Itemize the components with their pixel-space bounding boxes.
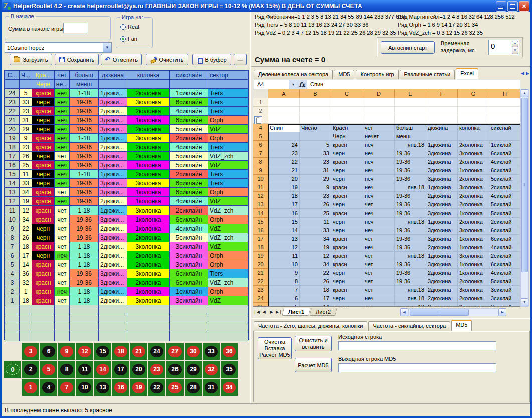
excel-cell[interactable]: неч: [363, 243, 395, 252]
excel-col-header[interactable]: G: [458, 89, 489, 98]
roulette-cell[interactable]: 15: [94, 343, 111, 360]
name-box-dropdown-icon[interactable]: ▼: [289, 80, 297, 89]
tab-game-control[interactable]: Контроль игр: [356, 70, 398, 79]
excel-cell[interactable]: 3колонка: [458, 149, 489, 158]
tab-md5[interactable]: MD5: [451, 320, 472, 331]
excel-cell[interactable]: 6сиклай: [489, 235, 520, 243]
roulette-number[interactable]: 16: [114, 382, 127, 393]
excel-cell[interactable]: 11: [300, 218, 331, 226]
excel-row-header[interactable]: 2: [253, 107, 268, 115]
excel-cell[interactable]: [395, 115, 426, 124]
to-clipboard-button[interactable]: В буфер: [192, 54, 231, 65]
roulette-cell[interactable]: 34: [221, 379, 238, 396]
excel-cell[interactable]: 33: [300, 149, 331, 158]
excel-row-header[interactable]: 21: [253, 269, 268, 277]
excel-cell[interactable]: 2колонка: [458, 158, 489, 166]
excel-cell[interactable]: 3дюжина: [426, 149, 458, 158]
excel-cell[interactable]: 12: [300, 252, 331, 260]
roulette-number[interactable]: 1: [24, 382, 37, 393]
excel-cell[interactable]: 19-36: [395, 235, 426, 243]
excel-cell[interactable]: 6сиклай: [489, 226, 520, 235]
tab-wheel-sectors[interactable]: Деление колеса на сектора: [254, 70, 333, 79]
excel-cell[interactable]: неч: [363, 141, 395, 149]
excel-cell[interactable]: 24: [268, 141, 300, 149]
excel-cell[interactable]: 4сиклай: [489, 158, 520, 166]
roulette-cell[interactable]: 13: [94, 379, 111, 396]
roulette-number[interactable]: 7: [60, 382, 73, 393]
excel-cell[interactable]: неч: [363, 192, 395, 200]
excel-cell[interactable]: [363, 107, 395, 115]
excel-col-header[interactable]: F: [426, 89, 458, 98]
excel-row-header[interactable]: 22: [253, 277, 268, 286]
roulette-cell[interactable]: 33: [203, 343, 220, 360]
excel-cell[interactable]: чет: [363, 269, 395, 277]
excel-cell[interactable]: 34: [300, 260, 331, 269]
roulette-number[interactable]: 22: [150, 382, 163, 393]
roulette-cell[interactable]: 11: [76, 361, 93, 378]
excel-col-header[interactable]: A: [268, 89, 300, 98]
excel-cell[interactable]: 1дюжина: [426, 218, 458, 226]
roulette-number[interactable]: 5: [42, 364, 55, 375]
excel-cell[interactable]: 1колонка: [458, 269, 489, 277]
excel-cell[interactable]: 2дюжина: [426, 294, 458, 303]
excel-vscrollbar[interactable]: ▲ ▼: [520, 89, 529, 307]
md5-calc-button[interactable]: Расчет MD5: [295, 358, 332, 372]
excel-row-header[interactable]: 6: [253, 141, 268, 149]
roulette-cell[interactable]: 9: [58, 343, 75, 360]
excel-cell[interactable]: 6сиклай: [489, 149, 520, 158]
excel-cell[interactable]: 2сиклай: [489, 252, 520, 260]
excel-cell[interactable]: 3дюжина: [426, 235, 458, 243]
excel-cell[interactable]: [331, 107, 363, 115]
formula-value[interactable]: Спин: [307, 80, 520, 89]
excel-cell[interactable]: неч: [363, 294, 395, 303]
excel-cell[interactable]: янв.18: [395, 252, 426, 260]
tab-md5-top[interactable]: MD5: [334, 70, 354, 79]
roulette-number[interactable]: 13: [96, 382, 109, 393]
excel-cell[interactable]: 2сиклай: [489, 183, 520, 192]
excel-row-header[interactable]: 1: [253, 98, 268, 107]
roulette-cell[interactable]: 17: [112, 361, 129, 378]
excel-cell[interactable]: 19-36: [395, 149, 426, 158]
excel-cell[interactable]: [426, 115, 458, 124]
excel-row-header[interactable]: 23: [253, 286, 268, 294]
roulette-cell[interactable]: 35: [221, 361, 238, 378]
excel-cell[interactable]: 1колонка: [458, 166, 489, 175]
excel-cell[interactable]: 4сиклай: [489, 192, 520, 200]
roulette-number[interactable]: 29: [187, 364, 200, 375]
roulette-number[interactable]: 36: [223, 346, 236, 357]
excel-row-header[interactable]: 16: [253, 226, 268, 235]
excel-cell[interactable]: 1дюжина: [426, 183, 458, 192]
excel-cell[interactable]: [300, 115, 331, 124]
roulette-cell[interactable]: 26: [166, 361, 184, 378]
excel-cell[interactable]: [300, 98, 331, 107]
hscroll-thumb[interactable]: [410, 309, 469, 316]
excel-cell[interactable]: черн: [331, 269, 363, 277]
excel-cell[interactable]: 4сиклай: [489, 243, 520, 252]
excel-cell[interactable]: 5сиклай: [489, 200, 520, 209]
roulette-cell[interactable]: 7: [58, 379, 75, 396]
excel-cell[interactable]: 10: [268, 260, 300, 269]
excel-cell[interactable]: 34: [300, 235, 331, 243]
excel-cell[interactable]: 19-36: [395, 166, 426, 175]
sheet-last-icon[interactable]: ▶❘: [275, 310, 283, 314]
excel-row-header[interactable]: 19: [253, 252, 268, 260]
roulette-number[interactable]: 21: [132, 346, 145, 357]
clear-button[interactable]: Очистить: [146, 54, 188, 65]
excel-cell[interactable]: чет: [363, 286, 395, 294]
excel-cell[interactable]: 19-36: [395, 209, 426, 218]
roulette-cell[interactable]: 2: [22, 361, 39, 378]
excel-cell[interactable]: [426, 107, 458, 115]
roulette-cell[interactable]: 10: [76, 379, 93, 396]
excel-cell[interactable]: 5сиклай: [489, 175, 520, 183]
roulette-number[interactable]: 11: [78, 364, 91, 375]
excel-cell[interactable]: 6: [268, 294, 300, 303]
excel-cell[interactable]: 1колонка: [458, 209, 489, 218]
excel-cell[interactable]: 3дюжина: [426, 209, 458, 218]
excel-cell[interactable]: [268, 107, 300, 115]
spinner-down-icon[interactable]: ▼: [512, 48, 518, 54]
excel-row-header[interactable]: 4: [253, 124, 268, 132]
scroll-left-icon[interactable]: ◀: [400, 308, 408, 316]
excel-cell[interactable]: [331, 98, 363, 107]
sheet-first-icon[interactable]: ❘◀: [253, 310, 260, 314]
excel-row-header[interactable]: 24: [253, 294, 268, 303]
